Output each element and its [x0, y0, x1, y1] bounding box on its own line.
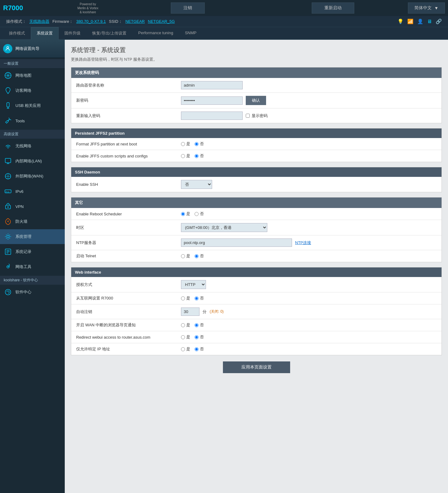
tab-firmware[interactable]: 固件升级: [59, 27, 86, 40]
telnet-yes-radio[interactable]: [181, 254, 185, 258]
sidebar-item-label: 防火墙: [15, 219, 27, 224]
tab-snmp[interactable]: SNMP: [179, 27, 203, 40]
sidebar-item-wan[interactable]: 外部网络(WAN): [0, 169, 65, 184]
reboot-no-label[interactable]: 否: [195, 211, 204, 217]
re-enter-password-input[interactable]: [181, 112, 243, 120]
format-jffs-label: Format JFFS partition at next boot: [76, 142, 181, 146]
sidebar-item-system-admin[interactable]: 系统管理: [0, 229, 65, 244]
enable-jffs-yes-radio[interactable]: [181, 154, 185, 158]
wan-notify-no-radio[interactable]: [195, 323, 199, 327]
tab-performance-tuning[interactable]: Performance tuning: [132, 27, 179, 40]
redirect-no-radio[interactable]: [195, 335, 199, 339]
sidebar-item-firewall[interactable]: 防火墙: [0, 214, 65, 229]
sidebar-item-label: 系统管理: [15, 234, 31, 239]
format-jffs-yes-radio[interactable]: [181, 142, 185, 146]
redirect-yes-radio[interactable]: [181, 335, 185, 339]
operation-mode-link[interactable]: 无线路由器: [29, 19, 49, 24]
sidebar-item-network-map[interactable]: 网络地图: [0, 68, 65, 83]
remote-yes-radio[interactable]: [181, 296, 185, 300]
sidebar-item-label: 外部网络(WAN): [15, 173, 43, 179]
sidebar-item-wireless[interactable]: 无线网络: [0, 139, 65, 154]
ntp-input[interactable]: [181, 238, 292, 247]
sidebar-general-section: 一般设置: [0, 59, 65, 68]
allow-ip-yes-radio[interactable]: [181, 347, 185, 351]
tab-system-settings[interactable]: 系统设置: [31, 27, 59, 40]
allow-ip-radio-group: 是 否: [181, 346, 204, 352]
wan-notify-yes-radio[interactable]: [181, 323, 185, 327]
format-jffs-yes-label[interactable]: 是: [181, 141, 190, 147]
sidebar-item-label: 网络工具: [15, 264, 31, 270]
show-password-checkbox-group[interactable]: 显示密码: [246, 113, 268, 119]
network-tools-icon: [4, 263, 12, 271]
software-center-icon: [4, 288, 12, 296]
auth-label: 授权方式: [76, 282, 181, 287]
sidebar: 网络设置向导 一般设置 网络地图 访客网络 USB 相关应用 Tools: [0, 40, 65, 493]
sidebar-item-guest-network[interactable]: 访客网络: [0, 83, 65, 98]
allow-ip-yes-label[interactable]: 是: [181, 346, 190, 352]
firmware-link[interactable]: 380.70_0-X7.9.1: [76, 19, 106, 24]
timezone-select[interactable]: (GMT+08:00）北京，香港: [181, 223, 267, 232]
enable-jffs-yes-label[interactable]: 是: [181, 153, 190, 159]
logout-button[interactable]: 注销: [171, 2, 205, 14]
sidebar-item-label: 无线网络: [15, 143, 31, 149]
row-reboot-scheduler: Enable Reboot Scheduler 是 否: [71, 208, 442, 220]
sidebar-item-wizard[interactable]: 网络设置向导: [0, 40, 65, 58]
remote-no-radio[interactable]: [195, 296, 199, 300]
svg-rect-4: [5, 158, 11, 163]
login-name-input[interactable]: [181, 81, 243, 89]
reboot-yes-radio[interactable]: [181, 212, 185, 216]
wan-notify-yes-label[interactable]: 是: [181, 322, 190, 328]
sidebar-item-software-center[interactable]: 软件中心: [0, 285, 65, 300]
svg-point-9: [7, 206, 9, 208]
telnet-yes-label[interactable]: 是: [181, 253, 190, 259]
monitor-icon: 🖥: [427, 19, 432, 24]
wan-notify-no-label[interactable]: 否: [195, 322, 204, 328]
remote-no-label[interactable]: 否: [195, 295, 204, 301]
language-selector[interactable]: 简体中文 ▼: [408, 2, 445, 14]
system-log-icon: [4, 247, 12, 256]
svg-point-10: [7, 235, 9, 238]
allow-ip-no-label[interactable]: 否: [195, 346, 204, 352]
reboot-button[interactable]: 重新启动: [312, 2, 354, 14]
tab-restore[interactable]: 恢复/导出/上传设置: [86, 27, 132, 40]
row-ntp: NTP服务器 NTP连接: [71, 235, 442, 250]
enable-ssh-select[interactable]: 否 LAN only WAN only LAN+WAN: [181, 180, 212, 189]
sidebar-item-usb[interactable]: USB 相关应用: [0, 98, 65, 113]
reboot-yes-label[interactable]: 是: [181, 211, 190, 217]
sidebar-item-ipv6[interactable]: IPv6 IPv6: [0, 184, 65, 199]
enable-jffs-no-radio[interactable]: [195, 154, 199, 158]
sidebar-item-vpn[interactable]: VPN: [0, 199, 65, 214]
apply-button[interactable]: 应用本页面设置: [223, 361, 290, 373]
confirm-button[interactable]: 确认: [246, 96, 266, 105]
telnet-no-radio[interactable]: [195, 254, 199, 258]
wireless-icon: [4, 142, 12, 150]
enable-jffs-no-label[interactable]: 否: [195, 153, 204, 159]
router-model: R7000: [3, 4, 65, 12]
ssid2-link[interactable]: NETGEAR_5G: [148, 19, 175, 24]
guest-network-icon: [4, 86, 12, 95]
redirect-no-label[interactable]: 否: [195, 334, 204, 340]
sidebar-item-system-log[interactable]: 系统记录: [0, 244, 65, 259]
tab-operation-mode[interactable]: 操作模式: [3, 27, 31, 40]
svg-point-13: [5, 289, 11, 295]
allow-ip-no-radio[interactable]: [195, 347, 199, 351]
auth-select[interactable]: HTTP HTTPS: [181, 280, 206, 289]
sidebar-item-tools[interactable]: Tools: [0, 113, 65, 128]
show-password-checkbox[interactable]: [246, 114, 250, 118]
remote-yes-label[interactable]: 是: [181, 295, 190, 301]
redirect-yes-label[interactable]: 是: [181, 334, 190, 340]
sidebar-item-label: 系统记录: [15, 249, 31, 255]
telnet-no-label[interactable]: 否: [195, 253, 204, 259]
ssid1-link[interactable]: NETGEAR: [125, 19, 145, 24]
row-re-enter-password: 重新输入密码 显示密码: [71, 108, 442, 123]
auto-logout-input[interactable]: [181, 308, 199, 316]
format-jffs-no-label[interactable]: 否: [195, 141, 204, 147]
new-password-input[interactable]: [181, 96, 243, 105]
sidebar-item-network-tools[interactable]: 网络工具: [0, 259, 65, 275]
format-jffs-no-radio[interactable]: [195, 142, 199, 146]
row-auth: 授权方式 HTTP HTTPS: [71, 277, 442, 292]
sidebar-item-lan[interactable]: 内部网络(LAN): [0, 154, 65, 169]
tab-bar: 操作模式 系统设置 固件升级 恢复/导出/上传设置 Performance tu…: [0, 27, 448, 40]
ntp-connect-link[interactable]: NTP连接: [295, 240, 311, 246]
reboot-no-radio[interactable]: [195, 212, 199, 216]
